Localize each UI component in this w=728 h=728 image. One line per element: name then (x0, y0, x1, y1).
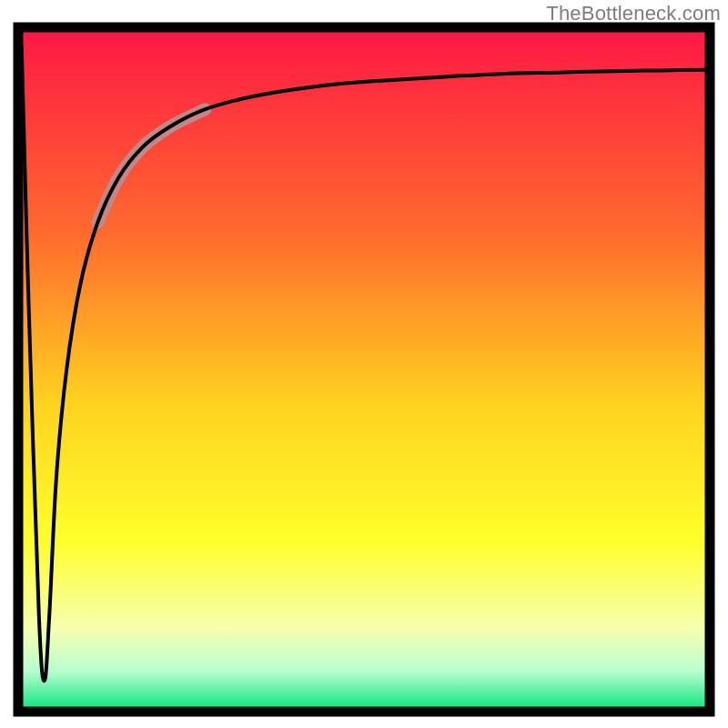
plot-background-gradient (18, 27, 710, 712)
chart-container: TheBottleneck.com (0, 0, 728, 728)
attribution-label: TheBottleneck.com (546, 2, 721, 25)
bottleneck-chart (0, 0, 728, 728)
